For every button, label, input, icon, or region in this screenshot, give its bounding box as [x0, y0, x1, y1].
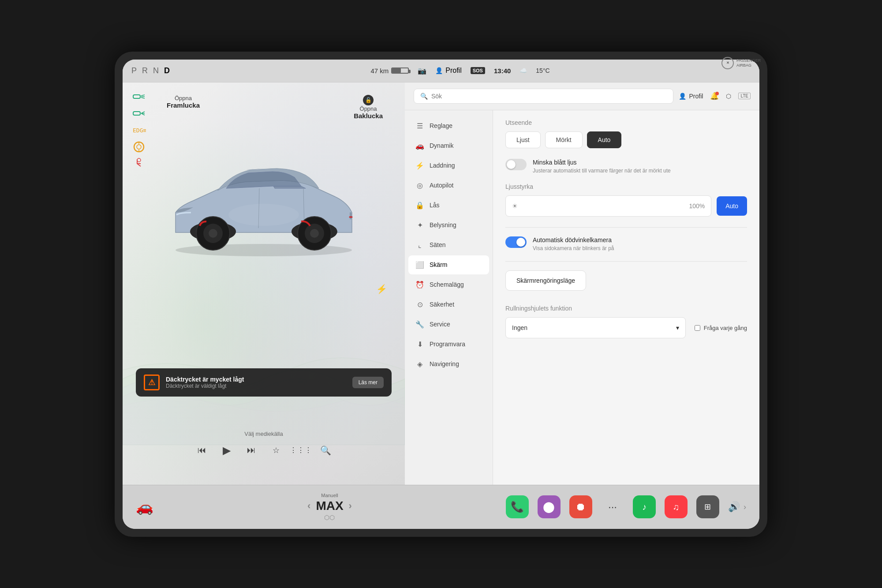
prev-track-button[interactable]: ⏮ — [194, 442, 210, 458]
camera-icon[interactable]: 📷 — [418, 67, 426, 75]
nav-item-schemalägg[interactable]: ⏰ Schemalägg — [408, 275, 489, 294]
arrow-right[interactable]: › — [349, 500, 352, 512]
status-center: 47 km 📷 👤 Profil SOS 13:40 ☁️ 15°C — [170, 67, 751, 75]
left-panel: EDG≡ — [123, 82, 405, 485]
right-header: 🔍 👤 Profil 🔔 ⬡ LTE — [405, 82, 759, 110]
blue-light-toggle[interactable] — [505, 159, 527, 170]
skarm-icon: ⬜ — [415, 261, 424, 269]
search-media-button[interactable]: 🔍 — [318, 442, 333, 458]
dynamik-icon: 🚗 — [415, 142, 424, 150]
search-input[interactable] — [431, 93, 667, 100]
car-image — [140, 118, 387, 285]
gear-selector[interactable]: P R N D — [131, 66, 170, 75]
scroll-controls: Ingen ▾ Fråga varje gång — [505, 317, 747, 338]
equalizer-button[interactable]: ⋮⋮⋮ — [293, 442, 309, 458]
media-app-button[interactable]: ⏺ — [569, 495, 592, 518]
scroll-func-dropdown[interactable]: Ingen ▾ — [505, 317, 686, 338]
svg-rect-4 — [133, 112, 140, 115]
blindspot-label: Automatisk dödvinkelkamera Visa sidokame… — [533, 236, 747, 252]
nav-item-service[interactable]: 🔧 Service — [408, 315, 489, 334]
brightness-row: Ljusstyrka ☀ 100% Auto — [505, 183, 747, 217]
nav-label-schemalägg: Schemalägg — [430, 281, 464, 288]
ask-each-time-option[interactable]: Fråga varje gång — [695, 325, 747, 331]
music-app-button[interactable]: ♫ — [665, 495, 688, 518]
svg-point-25 — [228, 204, 299, 226]
appearance-title: Utseende — [505, 119, 747, 126]
grid-app-button[interactable]: ⊞ — [696, 495, 719, 518]
frunk-label[interactable]: Öppna Framlucka — [167, 95, 200, 109]
more-apps-button[interactable]: ··· — [601, 495, 624, 518]
blindspot-toggle[interactable] — [505, 236, 527, 248]
nav-label-autopilot: Autopilot — [430, 182, 453, 189]
bluetooth-icon[interactable]: ⬡ — [726, 93, 731, 100]
nav-item-skarm[interactable]: ⬜ Skärm — [408, 255, 489, 274]
ask-each-time-checkbox[interactable] — [695, 325, 700, 331]
beam-icon — [131, 108, 146, 119]
theme-light-button[interactable]: Ljust — [505, 131, 541, 148]
temperature: 15°C — [536, 67, 549, 74]
divider-1 — [505, 227, 747, 228]
nav-item-dynamik[interactable]: 🚗 Dynamik — [408, 136, 489, 155]
search-box[interactable]: 🔍 — [414, 89, 673, 104]
scroll-func-value: Ingen — [512, 324, 527, 331]
gear-n[interactable]: N — [153, 66, 159, 75]
nav-label-las: Lås — [430, 202, 440, 209]
nav-label-saten: Säten — [430, 241, 446, 248]
battery-km: 47 km — [370, 67, 389, 75]
nav-item-saten[interactable]: ⌞ Säten — [408, 236, 489, 255]
nav-item-laddning[interactable]: ⚡ Laddning — [408, 156, 489, 175]
media-source-label: Välj mediekälla — [131, 431, 396, 437]
max-display: ‹ MAX › — [307, 499, 352, 513]
nav-item-autopilot[interactable]: ◎ Autopilot — [408, 176, 489, 195]
nav-label-sakerhet: Säkerhet — [430, 301, 454, 308]
nav-item-sakerhet[interactable]: ⊙ Säkerhet — [408, 295, 489, 314]
nav-label-navigering: Navigering — [430, 360, 459, 367]
notification-bell[interactable]: 🔔 — [710, 92, 719, 100]
spotify-app-button[interactable]: ♪ — [633, 495, 656, 518]
nav-label-reglage: Reglage — [430, 122, 452, 129]
profile-section[interactable]: 👤 Profil — [435, 67, 461, 75]
clean-mode-button[interactable]: Skärmrengöringsläge — [505, 270, 586, 291]
divider-2 — [505, 261, 747, 262]
next-track-button[interactable]: ⏭ — [243, 442, 259, 458]
alert-subtitle: Däcktrycket är väldigt lågt — [166, 383, 346, 389]
alert-read-more-button[interactable]: Läs mer — [352, 377, 384, 388]
nav-item-reglage[interactable]: ☰ Reglage — [408, 116, 489, 135]
favorite-button[interactable]: ☆ — [268, 442, 284, 458]
las-icon: 🔒 — [415, 201, 424, 210]
autopilot-icon: ◎ — [415, 181, 424, 190]
nav-item-programvara[interactable]: ⬇ Programvara — [408, 335, 489, 354]
gear-r[interactable]: R — [142, 66, 148, 75]
play-button[interactable]: ▶ — [219, 442, 235, 458]
arrow-left[interactable]: ‹ — [307, 500, 310, 512]
header-profile[interactable]: 👤 Profil — [679, 93, 703, 100]
sos-badge[interactable]: SOS — [471, 67, 485, 74]
trunk-label[interactable]: 🔓 Öppna Baklucka — [354, 95, 383, 120]
profile-label: Profil — [445, 67, 461, 75]
car-svg — [149, 144, 378, 259]
nav-label-dynamik: Dynamik — [430, 142, 453, 149]
phone-app-button[interactable]: 📞 — [506, 495, 529, 518]
settings-main: Utseende Ljust Mörkt Auto Minska blått l… — [493, 110, 759, 485]
car-bottom-icon[interactable]: 🚗 — [136, 498, 153, 515]
gear-d[interactable]: D — [164, 66, 170, 75]
nav-label-belysning: Belysning — [430, 221, 456, 228]
theme-dark-button[interactable]: Mörkt — [545, 131, 583, 148]
nav-label-laddning: Laddning — [430, 162, 455, 169]
media-section: Välj mediekälla ⏮ ▶ ⏭ ☆ ⋮⋮⋮ 🔍 — [123, 431, 405, 458]
gear-p[interactable]: P — [131, 66, 137, 75]
status-bar: P R N D 47 km 📷 👤 Profil SOS 13:40 — [123, 60, 759, 82]
service-icon: 🔧 — [415, 320, 424, 329]
bottom-center: Manuell ‹ MAX › ⬡⬡ — [307, 493, 352, 521]
volume-icon[interactable]: 🔊 — [728, 501, 740, 513]
brightness-slider[interactable]: ☀ 100% — [505, 195, 711, 217]
nav-item-las[interactable]: 🔒 Lås — [408, 196, 489, 215]
theme-auto-button[interactable]: Auto — [587, 131, 622, 148]
volume-arrow[interactable]: › — [744, 502, 746, 512]
nav-item-navigering[interactable]: ◈ Navigering — [408, 355, 489, 374]
media-mode-icon: ⬡⬡ — [324, 514, 335, 521]
nav-item-belysning[interactable]: ✦ Belysning — [408, 216, 489, 235]
brightness-title: Ljusstyrka — [505, 183, 747, 190]
brightness-auto-button[interactable]: Auto — [717, 196, 747, 216]
camera-app-button[interactable]: ⬤ — [538, 495, 561, 518]
